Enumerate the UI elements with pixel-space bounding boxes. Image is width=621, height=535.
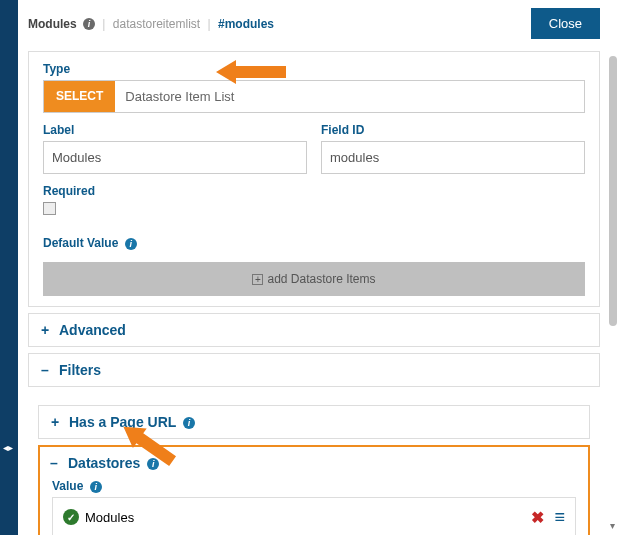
breadcrumb-title: Modules [28, 17, 77, 31]
remove-icon[interactable]: ✖ [531, 508, 544, 527]
advanced-section-header[interactable]: +Advanced [28, 313, 600, 347]
vertical-scrollbar[interactable]: ▾ [609, 0, 619, 535]
datastores-header[interactable]: –Datastores i [40, 447, 588, 475]
header-bar: Modules i | datastoreitemlist | #modules… [18, 0, 610, 45]
plus-icon: + [41, 322, 53, 338]
info-icon[interactable]: i [147, 458, 159, 470]
type-panel: Type SELECT Datastore Item List Label Fi… [28, 51, 600, 307]
required-checkbox[interactable] [43, 202, 56, 215]
label-field-label: Label [43, 123, 307, 137]
info-icon[interactable]: i [83, 18, 95, 30]
scrollbar-down-icon[interactable]: ▾ [610, 520, 615, 531]
filters-body: +Has a Page URL i –Datastores i Value i … [28, 393, 600, 535]
type-value: Datastore Item List [115, 81, 244, 112]
type-row: SELECT Datastore Item List [43, 80, 585, 113]
info-icon[interactable]: i [125, 238, 137, 250]
fieldid-input[interactable] [321, 141, 585, 174]
drag-handle-icon[interactable]: ◂▸ [3, 445, 13, 451]
side-rail: ◂▸ [0, 0, 18, 535]
minus-icon: – [41, 362, 53, 378]
info-icon[interactable]: i [90, 481, 102, 493]
has-page-url-label: Has a Page URL [69, 414, 176, 430]
minus-icon: – [50, 455, 62, 471]
breadcrumb-sep: | [208, 17, 211, 31]
value-label-text: Value [52, 479, 83, 493]
plus-icon: + [252, 274, 263, 285]
scrollbar-thumb[interactable] [609, 56, 617, 326]
advanced-label: Advanced [59, 322, 126, 338]
plus-icon: + [51, 414, 63, 430]
close-button[interactable]: Close [531, 8, 600, 39]
breadcrumb: Modules i | datastoreitemlist | #modules [28, 17, 274, 31]
value-row: Modules ✖ ≡ [52, 497, 576, 535]
breadcrumb-type: datastoreitemlist [113, 17, 200, 31]
breadcrumb-sep: | [102, 17, 105, 31]
datastores-box: –Datastores i Value i Modules ✖ ≡ [38, 445, 590, 535]
selected-value: Modules [85, 510, 134, 525]
label-input[interactable] [43, 141, 307, 174]
filters-label: Filters [59, 362, 101, 378]
value-label: Value i [52, 479, 576, 493]
select-type-button[interactable]: SELECT [44, 81, 115, 112]
main-panel: Modules i | datastoreitemlist | #modules… [18, 0, 610, 535]
add-datastore-items-button[interactable]: +add Datastore Items [43, 262, 585, 296]
fieldid-label: Field ID [321, 123, 585, 137]
hamburger-icon[interactable]: ≡ [554, 507, 565, 528]
check-icon [63, 509, 79, 525]
breadcrumb-anchor[interactable]: #modules [218, 17, 274, 31]
default-value-label: Default Value i [43, 236, 585, 250]
required-label: Required [43, 184, 585, 198]
add-datastore-items-label: add Datastore Items [267, 272, 375, 286]
datastores-label: Datastores [68, 455, 140, 471]
info-icon[interactable]: i [183, 417, 195, 429]
default-value-text: Default Value [43, 236, 118, 250]
filters-section-header[interactable]: –Filters [28, 353, 600, 387]
type-label: Type [43, 62, 585, 76]
has-page-url-header[interactable]: +Has a Page URL i [38, 405, 590, 439]
